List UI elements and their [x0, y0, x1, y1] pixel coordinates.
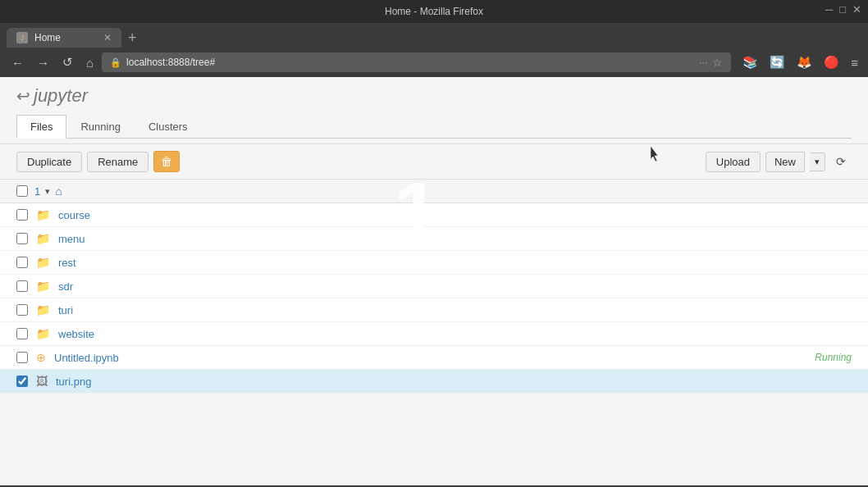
folder-icon: 📁 [36, 303, 50, 316]
list-item: 📁 rest [0, 251, 868, 275]
file-checkbox[interactable] [16, 233, 28, 244]
tab-running[interactable]: Running [66, 115, 134, 138]
new-button[interactable]: New [765, 152, 805, 172]
file-checkbox[interactable] [16, 304, 28, 316]
nav-extras: 📚 🔄 🦊 🔴 ≡ [739, 53, 861, 71]
sync-button[interactable]: 🔄 [766, 53, 788, 71]
tab-close-button[interactable]: ✕ [103, 32, 112, 43]
back-button[interactable]: ← [7, 53, 29, 72]
menu-button[interactable]: ≡ [847, 54, 861, 71]
url-text: localhost:8888/tree# [126, 57, 694, 68]
firefox-button[interactable]: 🦊 [793, 53, 815, 71]
list-item: 📁 website [0, 322, 868, 346]
tab-clusters[interactable]: Clusters [135, 115, 202, 138]
reload-button[interactable]: ↺ [57, 52, 78, 72]
toolbar-left: Duplicate Rename 🗑 [16, 151, 180, 172]
jupyter-logo-icon: ↩ [16, 86, 30, 106]
main-tabs: Files Running Clusters [16, 115, 852, 139]
page-content: ↩ jupyter Files Running Clusters Duplica… [0, 77, 868, 485]
folder-icon: 📁 [36, 327, 50, 340]
toolbar-right: Upload New ▾ ⟳ [706, 151, 852, 172]
running-badge: Running [815, 352, 852, 363]
folder-icon: 📁 [36, 232, 50, 245]
list-item: 📁 sdr [0, 275, 868, 298]
jupyter-logo-text: jupyter [34, 85, 88, 107]
nav-bar: ← → ↺ ⌂ 🔒 localhost:8888/tree# ··· ☆ 📚 🔄… [7, 52, 861, 72]
notebook-icon: ⊕ [36, 351, 46, 364]
file-checkbox[interactable] [16, 375, 28, 387]
tab-title: Home [34, 32, 61, 43]
breadcrumb-number[interactable]: 1 [34, 185, 40, 198]
jupyter-logo: ↩ jupyter [16, 85, 852, 107]
address-bar[interactable]: 🔒 localhost:8888/tree# ··· ☆ [102, 52, 731, 72]
home-button[interactable]: ⌂ [81, 53, 98, 72]
list-item: 🖼 turi.png [0, 370, 868, 394]
lock-icon: 🔒 [110, 57, 121, 68]
bookmark-icon[interactable]: ☆ [712, 56, 723, 69]
upload-button[interactable]: Upload [706, 152, 761, 172]
window-title: Home - Mozilla Firefox [385, 6, 483, 17]
file-checkbox[interactable] [16, 352, 28, 363]
list-item: 📁 turi [0, 298, 868, 322]
list-item: ⊕ Untitled.ipynb Running [0, 346, 868, 370]
new-button-caret[interactable]: ▾ [810, 152, 825, 171]
file-name[interactable]: rest [58, 257, 852, 269]
file-list-area: 1 ▾ ⌂ 📁 course 📁 menu 📁 rest 📁 [0, 180, 868, 394]
tab-bar: J Home ✕ + [7, 28, 861, 48]
maximize-btn[interactable]: □ [839, 3, 846, 16]
history-button[interactable]: 📚 [739, 53, 761, 71]
minimize-btn[interactable]: ─ [825, 3, 833, 16]
tab-favicon: J [16, 32, 28, 43]
folder-icon: 📁 [36, 208, 50, 221]
refresh-button[interactable]: ⟳ [830, 151, 852, 172]
list-item: 📁 course [0, 203, 868, 227]
move-to-trash-button[interactable]: 🗑 [153, 151, 180, 172]
tab-files[interactable]: Files [16, 115, 66, 139]
title-bar: Home - Mozilla Firefox ─ □ ✕ [0, 0, 868, 23]
file-toolbar: Duplicate Rename 🗑 Upload New ▾ ⟳ [0, 144, 868, 180]
file-name[interactable]: turi.png [56, 375, 852, 388]
breadcrumb-home-icon[interactable]: ⌂ [55, 184, 62, 198]
file-name[interactable]: sdr [58, 280, 852, 293]
addons-button[interactable]: 🔴 [820, 53, 843, 71]
folder-icon: 📁 [36, 256, 50, 269]
file-name[interactable]: course [58, 209, 852, 221]
image-icon: 🖼 [36, 375, 48, 388]
jupyter-header: ↩ jupyter Files Running Clusters [0, 77, 868, 144]
duplicate-button[interactable]: Duplicate [16, 152, 82, 172]
file-name[interactable]: website [58, 328, 852, 340]
file-name[interactable]: Untitled.ipynb [54, 352, 806, 364]
folder-icon: 📁 [36, 280, 50, 293]
select-all-checkbox[interactable] [16, 185, 28, 197]
list-item: 📁 menu [0, 227, 868, 251]
breadcrumb-row: 1 ▾ ⌂ [0, 180, 868, 203]
forward-button[interactable]: → [32, 53, 54, 72]
file-name[interactable]: turi [58, 304, 852, 316]
file-checkbox[interactable] [16, 257, 28, 268]
file-checkbox[interactable] [16, 280, 28, 292]
new-tab-button[interactable]: + [121, 30, 144, 47]
active-tab[interactable]: J Home ✕ [7, 28, 121, 48]
browser-chrome: J Home ✕ + ← → ↺ ⌂ 🔒 localhost:8888/tree… [0, 23, 868, 77]
file-checkbox[interactable] [16, 209, 28, 221]
file-checkbox[interactable] [16, 328, 28, 339]
rename-button[interactable]: Rename [87, 152, 148, 172]
file-name[interactable]: menu [58, 233, 852, 245]
breadcrumb-arrow: ▾ [45, 186, 50, 197]
close-btn[interactable]: ✕ [852, 3, 861, 16]
more-options-icon[interactable]: ··· [699, 57, 707, 68]
